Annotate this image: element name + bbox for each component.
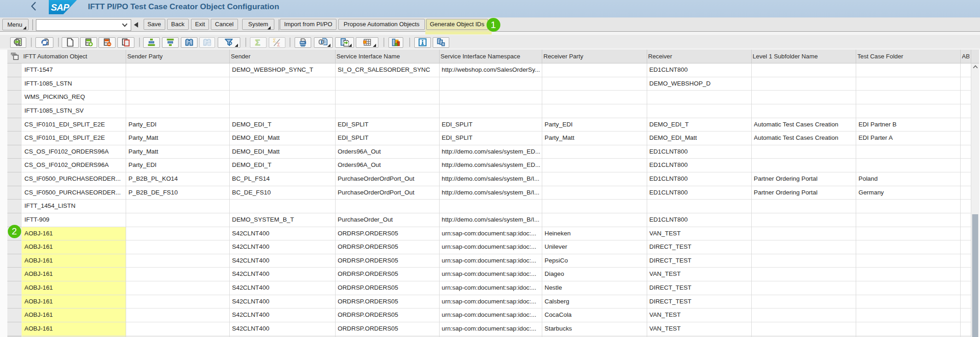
svg-text:Σ: Σ (255, 38, 260, 47)
svg-text:Σ: Σ (277, 42, 280, 47)
svg-text:SAP: SAP (51, 2, 70, 12)
svg-text:Σ: Σ (273, 38, 276, 43)
